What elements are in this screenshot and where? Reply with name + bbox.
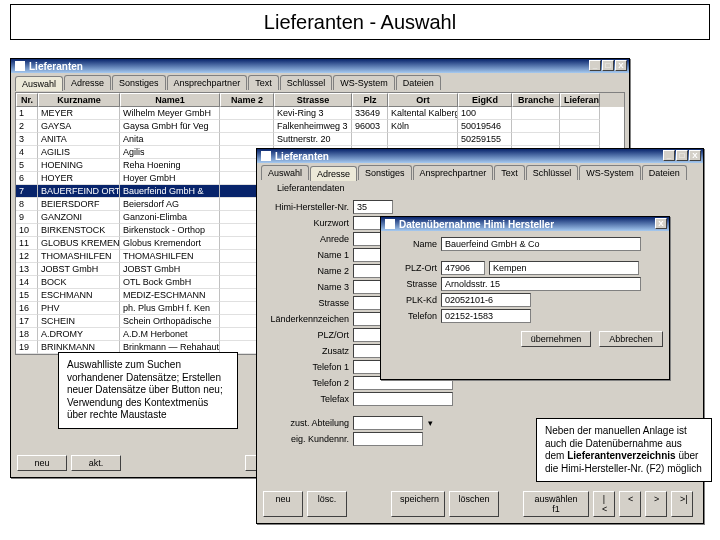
input-himi-plkd[interactable]: 02052101-6 [441,293,531,307]
titlebar-form-text: Lieferanten [275,151,329,162]
tab-schluessel[interactable]: Schlüssel [526,165,579,180]
label-himi: Himi-Hersteller-Nr. [263,202,349,212]
tab-dateien[interactable]: Dateien [396,75,441,90]
label-tel2: Telefon 2 [263,378,349,388]
prev-button[interactable]: < [619,491,641,517]
label-tel1: Telefon 1 [263,362,349,372]
akt-button[interactable]: akt. [71,455,121,471]
tab-ansprechpartner[interactable]: Ansprechpartner [413,165,494,180]
col-eigkd[interactable]: EigKd [458,93,512,107]
tab-wssystem[interactable]: WS-System [333,75,395,90]
app-icon [385,219,395,229]
col-nr[interactable]: Nr. [16,93,38,107]
col-branche[interactable]: Branche [512,93,560,107]
tab-dateien[interactable]: Dateien [642,165,687,180]
close-icon[interactable]: X [689,150,701,161]
input-eigkd[interactable] [353,432,423,446]
label-land: Länderkennzeichen [263,314,349,324]
label-anrede: Anrede [263,234,349,244]
minimize-icon[interactable]: _ [589,60,601,71]
col-plz[interactable]: Plz [352,93,388,107]
tab-wssystem[interactable]: WS-System [579,165,641,180]
callout-right: Neben der manuellen Anlage ist auch die … [536,418,712,482]
tab-auswahl[interactable]: Auswahl [15,76,63,91]
input-himi[interactable]: 35 [353,200,393,214]
label-himi-plzort: PLZ-Ort [387,263,437,273]
label-himi-plkd: PLK-Kd [387,295,437,305]
input-himi-strasse[interactable]: Arnoldsstr. 15 [441,277,641,291]
tab-schluessel[interactable]: Schlüssel [280,75,333,90]
titlebar-list-text: Lieferanten [29,61,83,72]
save-button[interactable]: speichern [391,491,445,517]
tab-ansprechpartner[interactable]: Ansprechpartner [167,75,248,90]
tabs-list: Auswahl Adresse Sonstiges Ansprechpartne… [11,73,629,90]
tab-text[interactable]: Text [248,75,279,90]
neu-button[interactable]: neu [17,455,67,471]
label-zustabt: zust. Abteilung [263,418,349,428]
col-ort[interactable]: Ort [388,93,458,107]
grid-header: Nr. Kurzname Name1 Name 2 Strasse Plz Or… [16,93,624,107]
minimize-icon[interactable]: _ [663,150,675,161]
titlebar-list: Lieferanten _ □ X [11,59,629,73]
table-row[interactable]: 1MEYERWilhelm Meyer GmbHKevi-Ring 333649… [16,107,624,120]
auswaehlen-button[interactable]: auswählen f1 [523,491,589,517]
app-icon [261,151,271,161]
delete-button[interactable]: lösc. [307,491,347,517]
input-himi-ort[interactable]: Kempen [489,261,639,275]
maximize-icon[interactable]: □ [676,150,688,161]
label-kurzwort: Kurzwort [263,218,349,228]
col-name2[interactable]: Name 2 [220,93,274,107]
label-strasse: Strasse [263,298,349,308]
label-himi-name: Name [387,239,437,249]
titlebar-himi: Datenübernahme Himi Hersteller X [381,217,669,231]
maximize-icon[interactable]: □ [602,60,614,71]
last-button[interactable]: >| [671,491,693,517]
close-icon[interactable]: X [615,60,627,71]
titlebar-himi-text: Datenübernahme Himi Hersteller [399,219,554,230]
input-zustabt[interactable] [353,416,423,430]
page-title: Lieferanten - Auswahl [10,4,710,40]
label-eigkd: eig. Kundennr. [263,434,349,444]
label-plzort: PLZ/Ort [263,330,349,340]
col-kurzname[interactable]: Kurzname [38,93,120,107]
col-name1[interactable]: Name1 [120,93,220,107]
tab-adresse[interactable]: Adresse [310,166,357,181]
input-fax[interactable] [353,392,453,406]
window-himi-hersteller: Datenübernahme Himi Hersteller X NameBau… [380,216,670,380]
label-fax: Telefax [263,394,349,404]
table-row[interactable]: 3ANITAAnitaSuttnerstr. 2050259155 [16,133,624,146]
label-himi-tel: Telefon [387,311,437,321]
groupbox-label: Lieferantendaten [277,183,345,193]
label-name2: Name 2 [263,266,349,276]
neu-button[interactable]: neu [263,491,303,517]
titlebar-form: Lieferanten _ □ X [257,149,703,163]
tab-sonstiges[interactable]: Sonstiges [358,165,412,180]
label-name1: Name 1 [263,250,349,260]
table-row[interactable]: 2GAYSAGaysa GmbH für VegFalkenheimweg 39… [16,120,624,133]
input-himi-tel[interactable]: 02152-1583 [441,309,531,323]
callout-right-bold: Lieferantenverzeichnis [567,450,675,461]
col-lieferante[interactable]: Lieferante [560,93,600,107]
tab-auswahl[interactable]: Auswahl [261,165,309,180]
abbrechen-button[interactable]: Abbrechen [599,331,663,347]
tabs-form: Auswahl Adresse Sonstiges Ansprechpartne… [257,163,703,180]
tab-sonstiges[interactable]: Sonstiges [112,75,166,90]
input-himi-name[interactable]: Bauerfeind GmbH & Co [441,237,641,251]
tab-adresse[interactable]: Adresse [64,75,111,90]
tab-text[interactable]: Text [494,165,525,180]
first-button[interactable]: |< [593,491,615,517]
label-himi-strasse: Strasse [387,279,437,289]
close-icon[interactable]: X [655,218,667,229]
next-button[interactable]: > [645,491,667,517]
callout-left: Auswahlliste zum Suchen vorhandener Date… [58,352,238,429]
app-icon [15,61,25,71]
dropdown-icon[interactable]: ▾ [427,418,433,428]
input-himi-plz[interactable]: 47906 [441,261,485,275]
label-name3: Name 3 [263,282,349,292]
cancel-button[interactable]: löschen [449,491,499,517]
col-strasse[interactable]: Strasse [274,93,352,107]
label-zusatz: Zusatz [263,346,349,356]
input-land[interactable] [353,312,383,326]
uebernehmen-button[interactable]: übernehmen [521,331,591,347]
